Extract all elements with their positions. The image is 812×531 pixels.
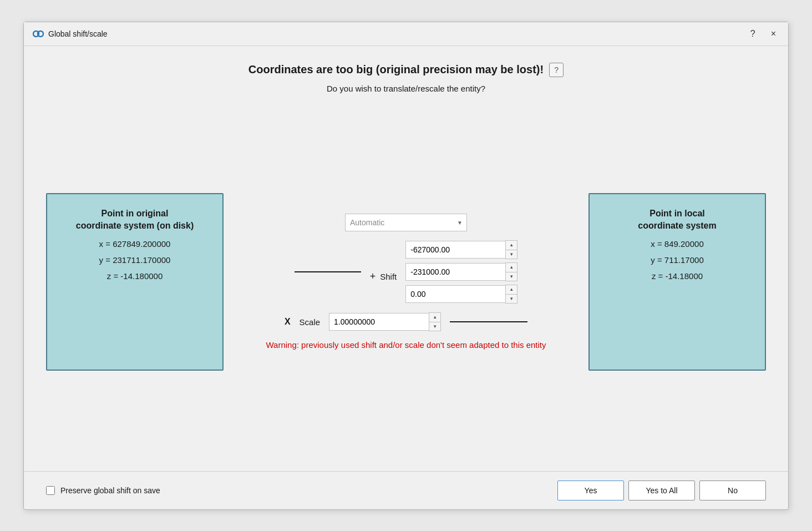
scale-input[interactable] [329,313,429,331]
x-symbol: X [285,317,291,327]
original-y: y = 231711.170000 [99,255,171,265]
local-z: z = -14.18000 [652,271,703,281]
shift-z-row: ▲ ▼ [405,285,517,304]
local-x: x = 849.20000 [651,239,704,249]
shift-y-row: ▲ ▼ [405,262,517,281]
shift-label: Shift [380,272,397,281]
local-coord-box: Point in localcoordinate system x = 849.… [588,193,766,371]
shift-x-input[interactable] [405,241,505,259]
yes-button[interactable]: Yes [557,481,624,500]
scale-label: Scale [300,317,321,327]
dialog-content: Coordinates are too big (original precis… [24,46,788,471]
mode-dropdown[interactable]: Automatic [345,214,467,231]
shift-row: + Shift ▲ ▼ [235,240,577,304]
warning-title-row: Coordinates are too big (original precis… [248,63,564,77]
warning-help-badge[interactable]: ? [549,63,564,77]
title-bar-left: Global shift/scale [33,28,108,39]
plus-symbol: + [370,271,376,282]
title-bar: Global shift/scale ? × [24,22,788,46]
right-connector-line [450,321,527,322]
shift-z-down[interactable]: ▼ [506,294,517,303]
scale-up[interactable]: ▲ [429,313,440,322]
shift-x-row: ▲ ▼ [405,240,517,259]
scale-down[interactable]: ▼ [429,322,440,331]
preserve-shift-checkbox[interactable] [46,486,55,495]
original-x: x = 627849.200000 [99,239,171,249]
warning-text: Warning: previously used shift and/or sc… [266,340,546,350]
local-y: y = 711.17000 [651,255,704,265]
title-bar-controls: ? × [747,28,779,40]
scale-input-row: ▲ ▼ [329,312,441,331]
scale-spinner: ▲ ▼ [429,312,441,331]
shift-x-up[interactable]: ▲ [506,241,517,250]
shift-y-spinner: ▲ ▼ [505,262,517,281]
shift-inputs: ▲ ▼ ▲ ▼ [405,240,517,304]
app-icon [33,28,44,39]
shift-z-up[interactable]: ▲ [506,285,517,294]
original-z: z = -14.180000 [107,271,163,281]
footer: Preserve global shift on save Yes Yes to… [24,471,788,509]
footer-buttons: Yes Yes to All No [557,481,766,500]
warning-section: Warning: previously used shift and/or sc… [266,340,546,350]
left-connector-line [295,271,361,272]
close-button[interactable]: × [768,28,779,40]
dialog: Global shift/scale ? × Coordinates are t… [23,22,789,510]
subtitle: Do you wish to translate/rescale the ent… [327,84,485,93]
dialog-title: Global shift/scale [48,29,108,38]
header-section: Coordinates are too big (original precis… [46,63,766,93]
shift-x-down[interactable]: ▼ [506,250,517,259]
main-area: Point in originalcoordinate system (on d… [46,104,766,460]
no-button[interactable]: No [699,481,766,500]
shift-z-input[interactable] [405,285,505,303]
original-coord-title: Point in originalcoordinate system (on d… [76,208,194,232]
shift-y-input[interactable] [405,263,505,281]
dropdown-row: Automatic ▼ [235,214,577,231]
help-button[interactable]: ? [747,28,759,40]
shift-y-down[interactable]: ▼ [506,272,517,281]
footer-left: Preserve global shift on save [46,486,160,495]
yes-to-all-button[interactable]: Yes to All [628,481,695,500]
original-coord-box: Point in originalcoordinate system (on d… [46,193,224,371]
dropdown-wrapper: Automatic ▼ [345,214,467,231]
local-coord-title: Point in localcoordinate system [638,208,716,232]
shift-label-group: + Shift [370,262,397,282]
preserve-shift-label: Preserve global shift on save [60,486,160,495]
shift-y-up[interactable]: ▲ [506,263,517,272]
shift-z-spinner: ▲ ▼ [505,285,517,304]
warning-title: Coordinates are too big (original precis… [248,63,544,76]
scale-row: X Scale ▲ ▼ [235,312,577,331]
shift-x-spinner: ▲ ▼ [505,240,517,259]
center-controls: Automatic ▼ + Shift [235,214,577,350]
